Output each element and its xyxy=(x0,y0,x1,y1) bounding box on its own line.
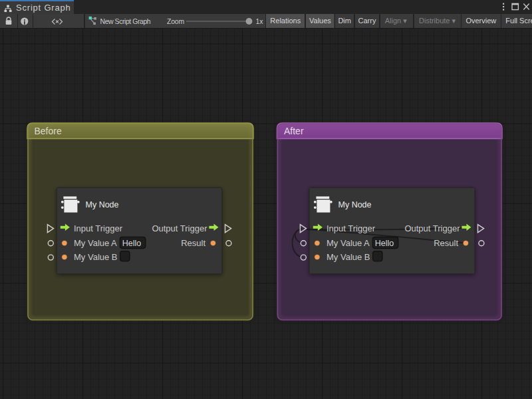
svg-text:Before: Before xyxy=(35,126,62,136)
svg-text:My Node: My Node xyxy=(86,200,119,209)
svg-text:After: After xyxy=(284,126,304,136)
svg-text:My Value B: My Value B xyxy=(327,252,370,262)
svg-text:Output Trigger: Output Trigger xyxy=(152,223,207,233)
svg-text:Output Trigger: Output Trigger xyxy=(404,223,460,233)
svg-text:My Node: My Node xyxy=(338,200,372,209)
svg-text:Hello: Hello xyxy=(122,239,142,248)
svg-text:Result: Result xyxy=(181,238,205,248)
svg-text:Input Trigger: Input Trigger xyxy=(327,223,376,233)
svg-text:My Value A: My Value A xyxy=(74,238,117,248)
svg-text:My Value B: My Value B xyxy=(74,252,118,262)
svg-text:Hello: Hello xyxy=(375,239,394,248)
svg-text:Result: Result xyxy=(434,238,458,248)
svg-text:My Value A: My Value A xyxy=(327,238,370,248)
svg-text:Input Trigger: Input Trigger xyxy=(74,223,123,233)
